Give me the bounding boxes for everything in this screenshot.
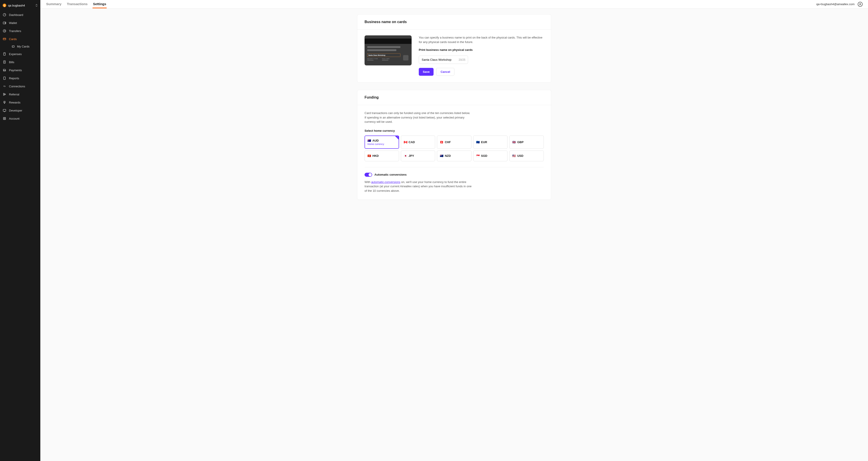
flag-icon: 🇪🇺 — [476, 141, 480, 144]
section-title: Funding — [358, 90, 551, 105]
currency-option-usd[interactable]: 🇺🇸USD — [509, 151, 544, 161]
user-avatar-icon[interactable] — [858, 2, 863, 7]
flag-icon: 🇯🇵 — [404, 154, 407, 157]
auto-conversions-label: Automatic conversions — [374, 173, 407, 176]
currency-option-gbp[interactable]: 🇬🇧GBP — [509, 135, 544, 149]
org-avatar: Q — [3, 4, 6, 7]
sidebar-item-account[interactable]: Account — [0, 115, 40, 123]
svg-rect-2 — [5, 23, 6, 23]
flag-icon: 🇸🇬 — [476, 154, 480, 157]
cancel-button[interactable]: Cancel — [436, 68, 455, 76]
org-selector[interactable]: Q qa bugbash4 — [0, 3, 40, 11]
select-currency-label: Select home currency — [365, 129, 544, 132]
divider — [365, 167, 544, 167]
currency-option-sgd[interactable]: 🇸🇬SGD — [473, 151, 508, 161]
sidebar-item-cards[interactable]: Cards — [0, 35, 40, 43]
currency-option-nzd[interactable]: 🇳🇿NZD — [437, 151, 471, 161]
sidebar-item-referral[interactable]: Referral — [0, 90, 40, 98]
svg-rect-8 — [4, 53, 5, 55]
tab-settings[interactable]: Settings — [93, 0, 107, 8]
nav: Dashboard Wallet Transfers Cards My Card… — [0, 11, 40, 123]
currency-code-label: AUD — [372, 139, 379, 142]
svg-rect-1 — [3, 22, 6, 24]
reports-icon — [3, 76, 6, 80]
svg-point-24 — [860, 3, 861, 4]
user-email: qa+bugbash4@airwallex.com — [816, 2, 855, 6]
svg-rect-6 — [12, 46, 14, 47]
rewards-icon — [3, 100, 6, 104]
home-currency-tag: Home currency — [368, 143, 396, 145]
transfers-icon — [3, 29, 6, 33]
card-name-highlight: Santa Claus Workshop — [367, 53, 400, 57]
currency-code-label: CAD — [409, 141, 415, 144]
tab-summary[interactable]: Summary — [46, 0, 62, 8]
auto-conversions-link[interactable]: automatic-conversions — [371, 180, 400, 184]
card-preview: Santa Claus Workshop SECURITY CODE VALID… — [365, 35, 412, 65]
sidebar-item-wallet[interactable]: Wallet — [0, 19, 40, 27]
svg-rect-19 — [4, 103, 5, 103]
business-name-card: Business name on cards Santa Claus Works… — [357, 14, 551, 83]
sidebar-item-rewards[interactable]: Rewards — [0, 98, 40, 106]
funding-card: Funding Card transactions can only be fu… — [357, 90, 551, 200]
svg-rect-15 — [4, 77, 5, 80]
tabs: Summary Transactions Settings — [46, 0, 107, 8]
sidebar-item-label: Wallet — [9, 21, 17, 25]
sidebar-item-label: My Cards — [17, 45, 30, 48]
currency-option-aud[interactable]: 🇦🇺AUD Home currency — [365, 135, 399, 149]
sidebar-item-bills[interactable]: Bills — [0, 58, 40, 66]
card-chip — [403, 55, 408, 60]
card-valid-label: VALID THRU — [382, 58, 390, 60]
sidebar-item-label: Bills — [9, 60, 14, 64]
currency-option-cad[interactable]: 🇨🇦CAD — [401, 135, 435, 149]
cards-icon — [3, 37, 6, 41]
sidebar-item-my-cards[interactable]: My Cards — [9, 43, 40, 50]
sidebar-item-connections[interactable]: Connections — [0, 82, 40, 90]
currency-option-hkd[interactable]: 🇭🇰HKD — [365, 151, 399, 161]
sidebar-item-payments[interactable]: Payments — [0, 66, 40, 74]
sidebar-item-label: Transfers — [9, 29, 21, 33]
currency-option-eur[interactable]: 🇪🇺EUR — [473, 135, 508, 149]
currency-code-label: USD — [517, 154, 523, 157]
auto-conversions-toggle[interactable] — [365, 173, 372, 177]
sidebar-item-reports[interactable]: Reports — [0, 74, 40, 82]
card-preview-bars — [367, 46, 400, 51]
card-name-text: Santa Claus Workshop — [368, 55, 385, 56]
developer-icon — [3, 109, 6, 112]
svg-point-14 — [5, 70, 6, 71]
svg-point-13 — [4, 70, 4, 71]
currency-code-label: GBP — [517, 141, 523, 144]
sidebar-item-transfers[interactable]: Transfers — [0, 27, 40, 35]
svg-point-18 — [3, 95, 4, 95]
currency-code-label: NZD — [445, 154, 451, 157]
svg-rect-4 — [3, 38, 6, 40]
svg-point-7 — [12, 47, 13, 47]
flag-icon: 🇭🇰 — [368, 154, 371, 157]
flag-icon: 🇦🇺 — [368, 139, 371, 142]
tab-transactions[interactable]: Transactions — [66, 0, 88, 8]
connections-icon — [3, 85, 6, 88]
user-area: qa+bugbash4@airwallex.com — [816, 2, 863, 7]
sidebar-item-label: Connections — [9, 85, 25, 88]
expenses-icon — [3, 52, 6, 56]
sidebar-item-label: Payments — [9, 68, 22, 72]
payments-icon — [3, 68, 6, 72]
currency-code-label: EUR — [481, 141, 487, 144]
save-button[interactable]: Save — [419, 68, 434, 76]
currency-code-label: HKD — [372, 154, 379, 157]
topbar: Summary Transactions Settings qa+bugbash… — [40, 0, 868, 8]
sidebar-item-label: Dashboard — [9, 13, 23, 17]
currency-option-chf[interactable]: 🇨🇭CHF — [437, 135, 471, 149]
sidebar-item-label: Rewards — [9, 101, 21, 104]
svg-rect-20 — [3, 109, 6, 111]
wallet-icon — [3, 21, 6, 25]
sidebar-item-developer[interactable]: Developer — [0, 106, 40, 115]
content: Business name on cards Santa Claus Works… — [40, 8, 868, 461]
sidebar-item-expenses[interactable]: Expenses — [0, 50, 40, 58]
sidebar-item-dashboard[interactable]: Dashboard — [0, 11, 40, 19]
sidebar: Q qa bugbash4 Dashboard Wallet Transfers… — [0, 0, 40, 461]
sidebar-item-label: Account — [9, 117, 20, 120]
currency-code-label: SGD — [481, 154, 487, 157]
currency-option-jpy[interactable]: 🇯🇵JPY — [401, 151, 435, 161]
my-cards-icon — [12, 45, 15, 48]
business-name-field-label: Print business name on physical cards — [419, 48, 544, 52]
